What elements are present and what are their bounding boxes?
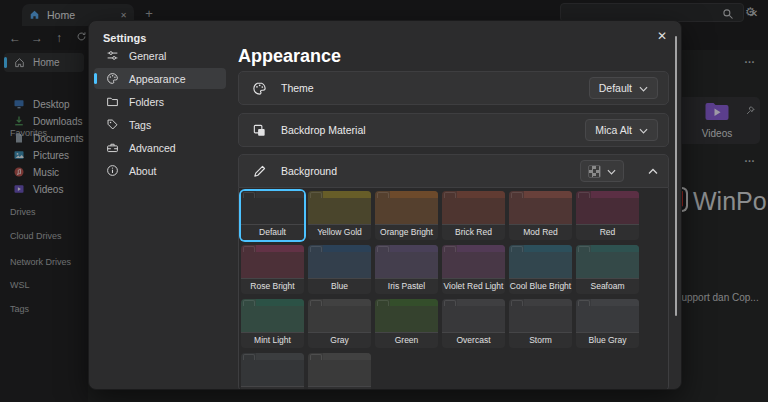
swatch-label: Red bbox=[576, 224, 639, 240]
swatch-violet-red-light[interactable]: Violet Red Light bbox=[442, 245, 505, 294]
backdrop-material-dropdown[interactable]: Mica Alt bbox=[585, 119, 658, 141]
swatch-strip bbox=[390, 245, 438, 252]
swatch-label bbox=[308, 386, 371, 390]
swatch-tab bbox=[243, 300, 255, 306]
expander-collapse-button[interactable] bbox=[648, 168, 658, 175]
swatch-label: Blue bbox=[308, 278, 371, 294]
swatch-tab bbox=[511, 246, 523, 252]
swatch-color bbox=[509, 191, 572, 224]
swatch-overcast[interactable]: Overcast bbox=[442, 299, 505, 348]
swatch-tab bbox=[444, 246, 456, 252]
swatch-label: Overcast bbox=[442, 332, 505, 348]
swatch-tab bbox=[444, 300, 456, 306]
swatch-color bbox=[509, 299, 572, 332]
swatch-tab bbox=[511, 300, 523, 306]
swatch-tab bbox=[511, 192, 523, 198]
swatch-rose-bright[interactable]: Rose Bright bbox=[241, 245, 304, 294]
folder-icon bbox=[105, 95, 119, 109]
swatch-strip bbox=[256, 245, 304, 252]
swatch-label: Orange Bright bbox=[375, 224, 438, 240]
swatch-brick-red[interactable]: Brick Red bbox=[442, 191, 505, 240]
swatch-green[interactable]: Green bbox=[375, 299, 438, 348]
swatch-tab bbox=[310, 300, 322, 306]
swatch-color bbox=[241, 299, 304, 332]
swatch-tab bbox=[578, 300, 590, 306]
settings-nav-appearance[interactable]: Appearance bbox=[94, 68, 226, 89]
page-title: Appearance bbox=[238, 46, 341, 67]
backdrop-material-label: Backdrop Material bbox=[281, 124, 571, 136]
settings-nav-advanced[interactable]: Advanced bbox=[94, 137, 226, 158]
checkered-swatch-icon bbox=[588, 165, 601, 178]
swatch-seafoam[interactable]: Seafoam bbox=[576, 245, 639, 294]
swatch-color bbox=[241, 245, 304, 278]
swatch-red[interactable]: Red bbox=[576, 191, 639, 240]
sliders-icon bbox=[105, 49, 119, 63]
swatch-tab bbox=[578, 246, 590, 252]
chevron-down-icon bbox=[639, 124, 648, 136]
settings-nav-about[interactable]: About bbox=[94, 160, 226, 181]
dialog-scrollbar[interactable] bbox=[675, 36, 677, 316]
swatch-tab bbox=[243, 192, 255, 198]
swatch-color bbox=[308, 299, 371, 332]
swatch-color bbox=[375, 299, 438, 332]
swatch-color bbox=[241, 353, 304, 386]
swatch-strip bbox=[591, 245, 639, 252]
palette-icon bbox=[252, 81, 267, 96]
background-row: Background bbox=[238, 154, 669, 188]
swatch-strip bbox=[256, 299, 304, 306]
dialog-close-icon[interactable]: ✕ bbox=[657, 29, 667, 43]
swatch-color bbox=[442, 299, 505, 332]
swatch-partial-2[interactable] bbox=[308, 353, 371, 390]
swatch-strip bbox=[457, 245, 505, 252]
theme-label: Theme bbox=[281, 82, 575, 94]
swatch-tab bbox=[444, 192, 456, 198]
swatch-blue-gray[interactable]: Blue Gray bbox=[576, 299, 639, 348]
swatch-yellow-gold[interactable]: Yellow Gold bbox=[308, 191, 371, 240]
swatch-label: Default bbox=[241, 224, 304, 240]
swatch-strip bbox=[323, 299, 371, 306]
swatch-color bbox=[576, 299, 639, 332]
settings-nav-tags[interactable]: Tags bbox=[94, 114, 226, 135]
swatch-label: Mint Light bbox=[241, 332, 304, 348]
swatch-strip bbox=[256, 353, 304, 360]
swatch-partial-1[interactable] bbox=[241, 353, 304, 390]
swatch-default[interactable]: Default bbox=[241, 191, 304, 240]
swatch-strip bbox=[591, 191, 639, 198]
swatch-gray[interactable]: Gray bbox=[308, 299, 371, 348]
swatch-tab bbox=[243, 354, 255, 360]
tag-icon bbox=[105, 118, 119, 132]
swatch-strip bbox=[457, 191, 505, 198]
background-swatch-dropdown[interactable] bbox=[580, 160, 624, 182]
swatch-label: Storm bbox=[509, 332, 572, 348]
swatch-tab bbox=[243, 246, 255, 252]
swatch-tab bbox=[578, 192, 590, 198]
swatch-label: Rose Bright bbox=[241, 278, 304, 294]
swatch-strip bbox=[524, 191, 572, 198]
swatch-color bbox=[442, 191, 505, 224]
swatch-color bbox=[509, 245, 572, 278]
swatch-storm[interactable]: Storm bbox=[509, 299, 572, 348]
swatch-mod-red[interactable]: Mod Red bbox=[509, 191, 572, 240]
swatch-label bbox=[241, 386, 304, 390]
theme-dropdown[interactable]: Default bbox=[589, 77, 658, 99]
theme-row: Theme Default bbox=[238, 71, 669, 105]
swatch-label: Cool Blue Bright bbox=[509, 278, 572, 294]
swatch-blue[interactable]: Blue bbox=[308, 245, 371, 294]
swatch-label: Yellow Gold bbox=[308, 224, 371, 240]
pencil-icon bbox=[252, 164, 267, 179]
layers-icon bbox=[252, 123, 267, 138]
swatch-cool-blue-bright[interactable]: Cool Blue Bright bbox=[509, 245, 572, 294]
settings-nav-folders[interactable]: Folders bbox=[94, 91, 226, 112]
swatch-strip bbox=[323, 245, 371, 252]
swatch-color bbox=[442, 245, 505, 278]
files-app-window: Home ✕ + ✕ ← → ↑ ⚙ Home Favorites bbox=[0, 0, 768, 402]
settings-nav-general[interactable]: General bbox=[94, 45, 226, 66]
swatch-color bbox=[375, 245, 438, 278]
swatch-tab bbox=[310, 354, 322, 360]
swatch-iris-pastel[interactable]: Iris Pastel bbox=[375, 245, 438, 294]
swatch-grid: Default Yellow Gold Orange Bright Brick … bbox=[241, 191, 651, 390]
swatch-strip bbox=[256, 191, 304, 198]
palette-icon bbox=[105, 72, 119, 86]
swatch-orange-bright[interactable]: Orange Bright bbox=[375, 191, 438, 240]
swatch-mint-light[interactable]: Mint Light bbox=[241, 299, 304, 348]
